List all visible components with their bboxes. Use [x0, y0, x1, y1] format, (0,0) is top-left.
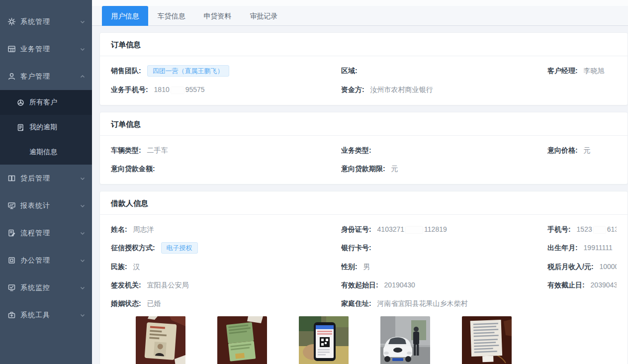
flow-icon: [7, 229, 16, 237]
sidebar-item-system-tools[interactable]: 系统工具: [0, 301, 92, 329]
field-name: 姓名: 周志洋: [111, 224, 341, 235]
sales-team-tag: 四团一营（直属王鹏飞）: [147, 65, 229, 77]
notebook-icon: [16, 123, 25, 132]
chevron-down-icon: [80, 176, 85, 181]
field-bank-card: 银行卡号:: [341, 242, 547, 254]
sidebar-item-system-monitor[interactable]: 系统监控: [0, 274, 92, 301]
sidebar-item-label: 所有客户: [29, 98, 57, 107]
photo-item-handwritten-doc: 其他材料: [462, 316, 512, 364]
field-account-manager: 客户经理: 李晓旭: [547, 65, 617, 77]
sidebar-item-overdue-info[interactable]: 逾期信息: [0, 140, 92, 165]
order-info-card-2: 订单信息 车辆类型: 二手车 业务类型: 意向价格: 元: [99, 112, 628, 184]
book-icon: [7, 174, 16, 182]
toolbox-icon: [7, 311, 16, 319]
field-intent-price: 意向价格: 元: [547, 145, 617, 156]
wheel-icon: [16, 98, 25, 107]
id-card-photo-thumbnail[interactable]: [136, 316, 185, 364]
sidebar-item-customer-mgmt[interactable]: 客户管理: [0, 63, 92, 90]
field-ethnicity: 民族: 汉: [111, 261, 341, 272]
tab-user-info[interactable]: 用户信息: [102, 6, 148, 26]
field-region: 区域:: [341, 65, 547, 77]
sidebar-item-label: 流程管理: [20, 229, 80, 238]
car-figure: [383, 337, 412, 363]
field-mobile-phone: 手机号: 15236137: [547, 224, 617, 235]
sidebar-item-label: 我的逾期: [29, 123, 57, 132]
document-photos: 个人照: [136, 316, 617, 364]
photo-item-id-card: 个人照: [136, 316, 185, 364]
chevron-up-icon: [80, 74, 85, 79]
chevron-down-icon: [80, 258, 85, 263]
borrower-info-card: 借款人信息 姓名: 周志洋 身份证号: 4103271112819 手机号:: [99, 191, 628, 364]
sidebar-item-label: 业务管理: [20, 45, 80, 54]
grid-icon: [7, 45, 16, 53]
sidebar-item-label: 系统管理: [20, 17, 80, 26]
sidebar-item-label: 办公管理: [20, 256, 80, 265]
redaction-patch: [594, 227, 606, 233]
phone-qr-photo-thumbnail[interactable]: [299, 316, 349, 364]
photo-item-green-booklet: 行驶证照片: [217, 316, 267, 364]
field-gender: 性别: 男: [341, 261, 547, 272]
field-business-phone: 业务手机号: 181095575: [111, 84, 341, 95]
main-area: 用户信息 车贷信息 申贷资料 审批记录 订单信息 销售团队: 四团一营（直属王鹏…: [92, 0, 628, 364]
customer-mgmt-submenu: 所有客户 我的逾期 逾期信息: [0, 90, 92, 165]
card-title: 订单信息: [100, 33, 628, 56]
sidebar: 系统管理 业务管理 客户管理 所有客户 我的逾期 逾期信息: [0, 0, 92, 364]
sidebar-item-postloan-mgmt[interactable]: 贷后管理: [0, 165, 92, 192]
tab-loan-application-docs[interactable]: 申贷资料: [194, 6, 241, 26]
monitor-icon: [7, 201, 16, 210]
chevron-down-icon: [80, 285, 85, 290]
sidebar-item-label: 报表统计: [20, 201, 80, 210]
field-credit-auth-method: 征信授权方式: 电子授权: [111, 242, 341, 254]
photo-item-qr-auth: 授权截图: [299, 316, 349, 364]
card-title: 借款人信息: [100, 191, 628, 215]
tab-approval-records[interactable]: 审批记录: [241, 6, 287, 26]
card-title: 订单信息: [100, 112, 628, 136]
sidebar-item-label: 贷后管理: [20, 174, 80, 183]
user-icon: [7, 72, 16, 81]
page: 系统管理 业务管理 客户管理 所有客户 我的逾期 逾期信息: [0, 0, 628, 364]
sidebar-item-all-customers[interactable]: 所有客户: [0, 90, 92, 115]
sidebar-item-my-overdue[interactable]: 我的逾期: [0, 115, 92, 140]
sidebar-item-label: 系统监控: [20, 283, 80, 292]
sidebar-item-office-mgmt[interactable]: 办公管理: [0, 247, 92, 274]
sidebar-item-label: 逾期信息: [29, 148, 57, 157]
photo-item-person-car: 人车合照: [380, 316, 430, 364]
field-issuing-authority: 签发机关: 宜阳县公安局: [111, 279, 341, 290]
person-with-car-photo-thumbnail[interactable]: [380, 316, 430, 364]
tab-bar: 用户信息 车贷信息 申贷资料 审批记录: [92, 6, 628, 26]
top-strip: [92, 0, 628, 6]
redaction-patch: [171, 87, 184, 93]
monitor-check-icon: [7, 283, 16, 292]
field-home-address: 家庭住址: 河南省宜阳县花果山乡木柴村: [341, 298, 547, 309]
sidebar-item-report-stats[interactable]: 报表统计: [0, 192, 92, 219]
sidebar-item-system-mgmt[interactable]: 系统管理: [0, 8, 92, 35]
credit-auth-tag: 电子授权: [161, 242, 198, 254]
field-intent-loan-term: 意向贷款期限: 元: [341, 163, 547, 174]
field-vehicle-type: 车辆类型: 二手车: [111, 145, 341, 156]
tab-car-loan-info[interactable]: 车贷信息: [148, 6, 194, 26]
sidebar-item-process-mgmt[interactable]: 流程管理: [0, 219, 92, 247]
chevron-down-icon: [80, 19, 85, 24]
field-valid-to: 有效截止日: 20390430: [547, 279, 617, 290]
chevron-down-icon: [80, 47, 85, 52]
field-sales-team: 销售团队: 四团一营（直属王鹏飞）: [111, 65, 341, 77]
chevron-down-icon: [80, 313, 85, 318]
handwritten-document-photo-thumbnail[interactable]: [462, 316, 512, 364]
chevron-down-icon: [80, 231, 85, 236]
green-booklet-photo-thumbnail[interactable]: [217, 316, 267, 364]
order-info-card-1: 订单信息 销售团队: 四团一营（直属王鹏飞） 区域: 客户经理:: [99, 32, 628, 105]
field-valid-from: 有效起始日: 20190430: [341, 279, 547, 290]
gear-icon: [7, 17, 16, 26]
field-marital-status: 婚姻状态: 已婚: [111, 298, 341, 309]
field-monthly-income: 税后月收入/元: 10000: [547, 261, 617, 272]
chevron-down-icon: [80, 203, 85, 208]
content-area: 订单信息 销售团队: 四团一营（直属王鹏飞） 区域: 客户经理:: [92, 26, 628, 364]
field-birth-date: 出生年月: 19911111: [547, 242, 617, 254]
redaction-patch: [406, 227, 423, 233]
field-intent-loan-amount: 意向贷款金额:: [111, 163, 341, 174]
field-id-number: 身份证号: 4103271112819: [341, 224, 547, 235]
field-business-type: 业务类型:: [341, 145, 547, 156]
sidebar-item-business-mgmt[interactable]: 业务管理: [0, 35, 92, 63]
sidebar-item-label: 系统工具: [20, 311, 80, 320]
sidebar-item-label: 客户管理: [20, 72, 80, 81]
